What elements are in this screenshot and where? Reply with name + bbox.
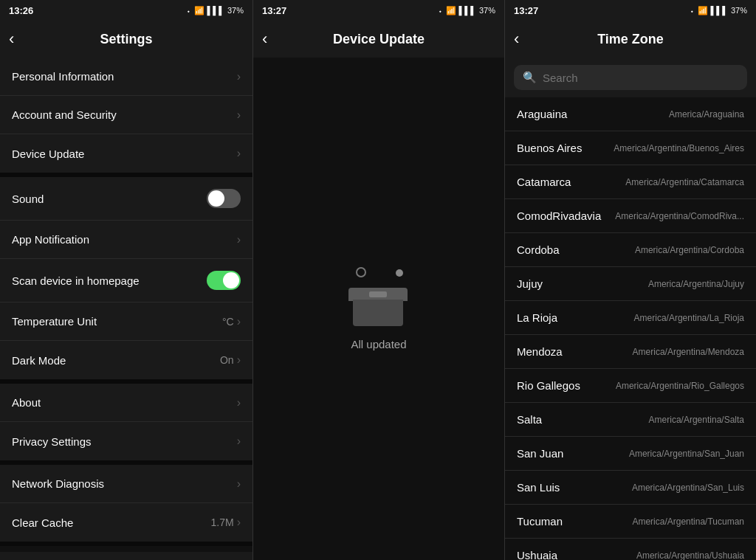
search-input[interactable] bbox=[543, 72, 738, 84]
settings-section-2: Sound App Notification › Scan device in … bbox=[0, 177, 252, 384]
all-updated-label: All updated bbox=[351, 338, 406, 350]
app-notification-label: App Notification bbox=[12, 233, 89, 246]
search-icon: 🔍 bbox=[523, 71, 537, 84]
settings-item-personal-info[interactable]: Personal Information › bbox=[0, 58, 252, 96]
timezone-code: America/Argentina/ComodRiva... bbox=[615, 211, 744, 221]
settings-content: Personal Information › Account and Secur… bbox=[0, 58, 252, 560]
timezone-title: Time Zone bbox=[597, 32, 664, 47]
about-label: About bbox=[12, 396, 41, 409]
sound-toggle[interactable] bbox=[207, 189, 241, 208]
settings-item-privacy-settings[interactable]: Privacy Settings › bbox=[0, 422, 252, 460]
sound-label: Sound bbox=[12, 193, 44, 205]
timezone-city: Catamarca bbox=[517, 176, 571, 188]
device-update-back-button[interactable]: ‹ bbox=[262, 30, 267, 49]
connector-dot bbox=[396, 269, 403, 277]
settings-section-1: Personal Information › Account and Secur… bbox=[0, 58, 252, 177]
settings-item-about[interactable]: About › bbox=[0, 384, 252, 422]
timezone-list-item[interactable]: Cordoba America/Argentina/Cordoba bbox=[505, 233, 756, 267]
timezone-city: Buenos Aires bbox=[517, 142, 582, 154]
privacy-settings-chevron: › bbox=[237, 435, 241, 448]
settings-item-sound[interactable]: Sound bbox=[0, 177, 252, 221]
personal-info-label: Personal Information bbox=[12, 70, 114, 83]
timezone-nav: ‹ Time Zone bbox=[505, 21, 756, 58]
settings-item-account-security[interactable]: Account and Security › bbox=[0, 96, 252, 134]
scan-device-label: Scan device in homepage bbox=[12, 274, 140, 287]
settings-item-device-update[interactable]: Device Update › bbox=[0, 134, 252, 173]
timezone-back-button[interactable]: ‹ bbox=[514, 30, 519, 49]
timezone-code: America/Argentina/Rio_Gallegos bbox=[616, 381, 744, 391]
timezone-list-item[interactable]: Jujuy America/Argentina/Jujuy bbox=[505, 267, 756, 301]
settings-nav: ‹ Settings bbox=[0, 21, 252, 58]
timezone-code: America/Araguaina bbox=[669, 109, 744, 120]
timezone-list-item[interactable]: ComodRivadavia America/Argentina/ComodRi… bbox=[505, 199, 756, 233]
timezone-code: America/Argentina/Tucuman bbox=[632, 516, 744, 527]
signal-icon: ▌▌▌ bbox=[207, 6, 224, 15]
personal-info-right: › bbox=[237, 70, 241, 83]
timezone-list-item[interactable]: Ushuaia America/Argentina/Ushuaia bbox=[505, 539, 756, 560]
settings-panel: 13:26 ⬩ 📶 ▌▌▌ 37% ‹ Settings Personal In… bbox=[0, 0, 253, 560]
timezone-code: America/Argentina/Buenos_Aires bbox=[614, 143, 744, 153]
device-update-chevron: › bbox=[237, 147, 241, 160]
app-notification-right: › bbox=[237, 233, 241, 246]
search-bar: 🔍 bbox=[514, 65, 747, 90]
timezone-list-item[interactable]: Salta America/Argentina/Salta bbox=[505, 403, 756, 437]
timezone-list-item[interactable]: Tucuman America/Argentina/Tucuman bbox=[505, 505, 756, 539]
timezone-list-item[interactable]: Mendoza America/Argentina/Mendoza bbox=[505, 335, 756, 369]
settings-section-4: Network Diagnosis › Clear Cache 1.7M › bbox=[0, 465, 252, 546]
status-bar-settings: 13:26 ⬩ 📶 ▌▌▌ 37% bbox=[0, 0, 252, 21]
settings-item-network-diagnosis[interactable]: Network Diagnosis › bbox=[0, 465, 252, 503]
battery-settings: 37% bbox=[227, 6, 244, 15]
timezone-city: Mendoza bbox=[517, 345, 563, 358]
timezone-code: America/Argentina/La_Rioja bbox=[634, 313, 744, 323]
timezone-code: America/Argentina/Mendoza bbox=[633, 347, 744, 357]
timezone-city: Jujuy bbox=[517, 277, 543, 290]
timezone-list-item[interactable]: Buenos Aires America/Argentina/Buenos_Ai… bbox=[505, 131, 756, 165]
status-icons-timezone: ⬩ 📶 ▌▌▌ 37% bbox=[690, 6, 747, 15]
temperature-unit-value: °C bbox=[222, 316, 234, 328]
settings-back-button[interactable]: ‹ bbox=[9, 30, 14, 49]
clear-cache-label: Clear Cache bbox=[12, 516, 73, 529]
timezone-list-item[interactable]: San Luis America/Argentina/San_Luis bbox=[505, 471, 756, 505]
update-content: All updated bbox=[253, 58, 504, 560]
scan-device-toggle[interactable] bbox=[207, 271, 241, 290]
settings-item-scan-device[interactable]: Scan device in homepage bbox=[0, 259, 252, 303]
logout-section: Log Out bbox=[0, 552, 252, 560]
timezone-list-item[interactable]: San Juan America/Argentina/San_Juan bbox=[505, 437, 756, 471]
settings-section-3: About › Privacy Settings › bbox=[0, 384, 252, 465]
timezone-list-item[interactable]: Catamarca America/Argentina/Catamarca bbox=[505, 165, 756, 199]
update-icon bbox=[346, 267, 412, 326]
settings-item-clear-cache[interactable]: Clear Cache 1.7M › bbox=[0, 503, 252, 542]
status-bar-timezone: 13:27 ⬩ 📶 ▌▌▌ 37% bbox=[505, 0, 756, 21]
temperature-unit-label: Temperature Unit bbox=[12, 315, 97, 328]
network-diagnosis-chevron: › bbox=[237, 477, 241, 491]
timezone-city: San Luis bbox=[517, 481, 560, 494]
timezone-code: America/Argentina/Cordoba bbox=[635, 245, 744, 255]
timezone-code: America/Argentina/San_Luis bbox=[632, 483, 744, 493]
signal-icon-timezone: ▌▌▌ bbox=[711, 6, 728, 15]
bluetooth-icon: ⬩ bbox=[186, 6, 191, 15]
battery-update: 37% bbox=[479, 6, 495, 15]
temperature-unit-chevron: › bbox=[237, 315, 241, 328]
device-update-right: › bbox=[237, 147, 241, 160]
timezone-list-item[interactable]: La Rioja America/Argentina/La_Rioja bbox=[505, 301, 756, 335]
dark-mode-label: Dark Mode bbox=[12, 354, 66, 367]
settings-item-temperature-unit[interactable]: Temperature Unit °C › bbox=[0, 303, 252, 341]
wifi-icon: 📶 bbox=[194, 6, 205, 15]
timezone-city: Cordoba bbox=[517, 243, 560, 256]
box-tab bbox=[369, 291, 387, 297]
privacy-settings-right: › bbox=[237, 435, 241, 448]
clear-cache-chevron: › bbox=[237, 516, 241, 529]
settings-item-dark-mode[interactable]: Dark Mode On › bbox=[0, 341, 252, 379]
device-update-panel: 13:27 ⬩ 📶 ▌▌▌ 37% ‹ Device Update bbox=[253, 0, 505, 560]
dark-mode-chevron: › bbox=[237, 353, 241, 367]
device-update-label: Device Update bbox=[12, 148, 84, 160]
timezone-city: Ushuaia bbox=[517, 549, 557, 560]
settings-title: Settings bbox=[100, 32, 152, 47]
timezone-panel: 13:27 ⬩ 📶 ▌▌▌ 37% ‹ Time Zone 🔍 Araguain… bbox=[505, 0, 756, 560]
about-right: › bbox=[237, 396, 241, 409]
timezone-list-item[interactable]: Araguaina America/Araguaina bbox=[505, 97, 756, 131]
account-security-right: › bbox=[237, 108, 241, 122]
timezone-list-item[interactable]: Rio Gallegos America/Argentina/Rio_Galle… bbox=[505, 369, 756, 403]
settings-item-app-notification[interactable]: App Notification › bbox=[0, 221, 252, 259]
time-timezone: 13:27 bbox=[514, 5, 538, 16]
